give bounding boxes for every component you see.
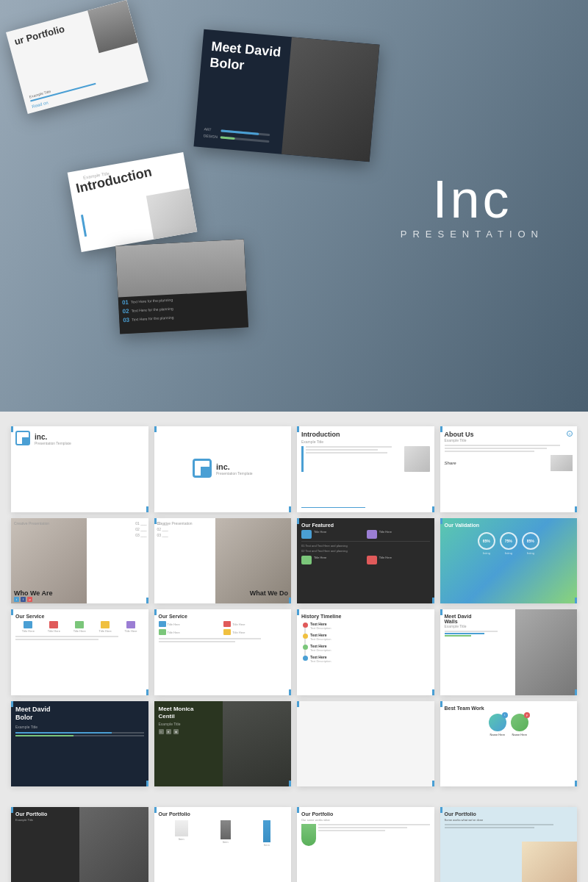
feat-label-4: Title Here — [379, 556, 430, 564]
port2-title: Our Portfolio — [159, 811, 287, 817]
slide-best-team-work[interactable]: Best Team Work t Name Here p Name Here — [440, 701, 578, 787]
featured-icons-row2: Title Here Title Here — [301, 556, 430, 564]
dw-subtitle: Example Title — [445, 624, 512, 628]
about-image — [551, 455, 573, 471]
slide-our-service-1[interactable]: Our Service Title Here Title Here Title … — [11, 609, 148, 695]
portfolio-slide-2[interactable]: Our Portfolio Item Item Item Read — [154, 807, 292, 882]
slide-empty-1 — [297, 701, 434, 787]
slide-who-we-are[interactable]: Creative Presentation Who We Are t f p 0… — [11, 518, 148, 604]
brand-title: Inc — [401, 173, 544, 226]
intro-slide-sub: Example Title — [301, 440, 430, 444]
dw-name: Meet David — [445, 614, 512, 619]
slide-about-us[interactable]: About Us Example Title + Share — [440, 426, 578, 512]
logo-text: inc. — [35, 433, 71, 441]
timeline-item-3: Text Here Text Description — [310, 644, 430, 652]
david-skill-bars: ART DESIGN — [203, 126, 270, 146]
intro-underline — [301, 507, 365, 508]
feat-icon-1 — [301, 530, 312, 539]
slide-inc-logo-2[interactable]: inc. Presentation Template — [154, 426, 292, 512]
port3-oursome: Our some works what — [301, 818, 430, 822]
portfolio-slide-3[interactable]: Our Portfolio Our some works what Read o… — [297, 807, 434, 882]
about-plus-icon: + — [567, 431, 573, 437]
about-title: About Us — [445, 431, 474, 438]
slide-inc-logo-1[interactable]: inc. Presentation Template — [11, 426, 148, 512]
laptop-list: 01 Text Here for the planning 02 Text He… — [118, 290, 248, 334]
hero-brand: Inc PRESENTATION — [401, 173, 544, 240]
port4-sub: Some works what we've done — [445, 818, 573, 822]
who-subtitle: Creative Presentation — [14, 521, 49, 526]
validation-item-3: 85% listing — [522, 532, 539, 555]
slide-introduction[interactable]: Introduction Example Title — [297, 426, 434, 512]
db-name: Meet David Bolor — [15, 706, 144, 723]
intro-accent-line — [81, 215, 87, 237]
intro-accent — [301, 446, 304, 472]
svc2-icon-3 — [159, 629, 166, 635]
port2-item-2 — [220, 820, 231, 839]
slide-meet-monica[interactable]: Meet Monica Centil Example Title ☆ ♦ ◈ — [154, 701, 292, 787]
logo-icon — [15, 431, 32, 447]
featured-title: Our Featured — [301, 523, 430, 528]
intro-slide-title: Introduction — [301, 431, 430, 438]
portfolio-grid: Our Portfolio Example Title Read on → Ou… — [7, 807, 581, 882]
avatar-1: t — [489, 714, 506, 731]
slide-our-service-2[interactable]: Our Service Title Here Title Here Title … — [154, 609, 292, 695]
feat-label-2: Title Here — [379, 530, 430, 539]
port3-cactus — [301, 824, 316, 846]
laptop-image — [115, 240, 247, 299]
slide-meet-david-bolor[interactable]: Meet David Bolor Example Title — [11, 701, 148, 787]
validation-circles: 65% listing 75% listing 85% — [445, 532, 573, 555]
team-member-1: t Name Here — [489, 714, 506, 736]
logo-sub: Presentation Template — [35, 441, 71, 445]
team-title: Best Team Work — [445, 706, 573, 711]
validation-item-1: 65% listing — [478, 532, 495, 555]
port4-image — [522, 842, 577, 882]
port2-items: Item Item Item — [159, 820, 287, 847]
timeline-item-2: Text Here Text Description — [310, 633, 430, 641]
timeline-title: History Timeline — [301, 614, 430, 619]
slide-meet-david-walls[interactable]: Meet David Walls Example Title — [440, 609, 578, 695]
slide-history-timeline[interactable]: History Timeline Text Here Text Descript… — [297, 609, 434, 695]
port2-item-3 — [263, 820, 270, 842]
feat-icon-2 — [367, 530, 377, 539]
monica-sub: Example Title — [159, 722, 287, 726]
service1-title: Our Service — [15, 614, 144, 619]
dw-surname: Walls — [445, 619, 512, 624]
slide-row-1: inc. Presentation Template inc. — [7, 426, 581, 512]
validation-title: Our Validation — [445, 523, 573, 528]
svc2-icon-2 — [223, 621, 231, 627]
slide-our-validation[interactable]: Our Validation 65% listing 75% listing — [440, 518, 578, 604]
logo-sub-2: Presentation Template — [216, 471, 253, 476]
david-walls-photo — [515, 609, 577, 695]
validation-item-2: 75% listing — [500, 532, 517, 555]
bar-fill-1 — [220, 129, 259, 135]
brand-subtitle: PRESENTATION — [401, 229, 544, 240]
svc-icon-red — [49, 621, 58, 628]
featured-icons-row1: Title Here Title Here — [301, 530, 430, 539]
logo-text-2: inc. — [216, 462, 253, 471]
db-sub: Example Title — [15, 725, 144, 729]
timeline-item-1: Text Here Text Description — [310, 622, 430, 630]
portfolio-section: Our Portfolio Example Title Read on → Ou… — [0, 801, 588, 882]
team-members: t Name Here p Name Here — [445, 714, 573, 736]
bar-fill-2 — [220, 136, 235, 140]
portfolio-slide-1[interactable]: Our Portfolio Example Title Read on → — [11, 807, 148, 882]
hero-david-slide: Meet David Bolor ART DESIGN — [193, 29, 379, 162]
feat-icon-4 — [367, 556, 377, 564]
port4-title: Our Portfolio — [445, 811, 573, 817]
feat-label-1: Title Here — [314, 530, 365, 539]
slide-our-featured[interactable]: Our Featured Title Here Title Here 01 Te… — [297, 518, 434, 604]
service2-grid: Title Here Title Here Title Here Title H… — [159, 621, 287, 635]
portfolio-slide-4[interactable]: Our Portfolio Some works what we've done — [440, 807, 578, 882]
monica-icon-1: ☆ — [159, 729, 164, 734]
slide-row-4: Meet David Bolor Example Title Meet Moni… — [7, 701, 581, 787]
about-sub: Example Title — [445, 438, 474, 442]
logo-group: inc. Presentation Template — [15, 431, 71, 447]
pinterest-icon: p — [27, 597, 32, 602]
slide-what-we-do[interactable]: Creative Presentation What We Do 01 ___ … — [154, 518, 292, 604]
svc-icon-blue — [24, 621, 32, 628]
avatar-2: p — [511, 714, 528, 731]
service1-icons: Title Here Title Here Title Here Title H… — [15, 621, 144, 633]
facebook-icon: f — [21, 597, 26, 602]
grid-section: inc. Presentation Template inc. — [0, 412, 588, 801]
who-social: t f p — [14, 597, 32, 602]
